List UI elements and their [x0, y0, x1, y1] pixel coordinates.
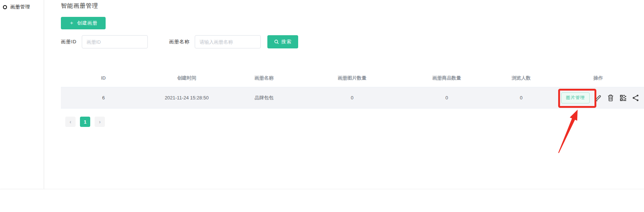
- plus-icon: ＋: [69, 20, 74, 26]
- cell-actions: 图片管理: [552, 92, 644, 103]
- column-header-product-count: 画册商品数量: [403, 75, 490, 81]
- column-header-id: ID: [61, 75, 146, 81]
- sidebar-item-album-management[interactable]: 画册管理: [3, 3, 41, 11]
- column-header-image-count: 画册图片数量: [301, 75, 403, 81]
- current-page-button[interactable]: 1: [80, 117, 90, 127]
- sidebar-item-label: 画册管理: [10, 4, 30, 10]
- prev-page-button[interactable]: ‹: [65, 117, 76, 127]
- album-id-input[interactable]: [82, 35, 148, 48]
- qr-code-icon[interactable]: [619, 94, 627, 102]
- cell-id: 6: [61, 95, 146, 100]
- column-header-views: 浏览人数: [490, 75, 552, 81]
- table-row: 6 2021-11-24 15:28:50 品牌包包 0 0 0 图片管理: [61, 87, 644, 109]
- delete-trash-icon[interactable]: [607, 94, 615, 102]
- share-icon[interactable]: [632, 94, 640, 102]
- magnifier-icon: [274, 39, 279, 44]
- cell-product-count: 0: [403, 95, 490, 100]
- create-album-label: 创建画册: [77, 20, 98, 26]
- sidebar: 画册管理: [0, 0, 44, 189]
- column-header-actions: 操作: [552, 75, 644, 81]
- search-label: 搜索: [281, 39, 292, 45]
- album-name-label: 画册名称: [169, 39, 190, 45]
- table-header-row: ID 创建时间 画册名称 画册图片数量 画册商品数量 浏览人数 操作: [61, 69, 644, 87]
- album-id-label: 画册ID: [61, 39, 77, 45]
- cell-created-at: 2021-11-24 15:28:50: [146, 95, 227, 100]
- main-content: 智能画册管理 ＋ 创建画册 画册ID 画册名称 搜索 ID 创建时间: [44, 0, 644, 189]
- search-button[interactable]: 搜索: [267, 35, 298, 48]
- column-header-created: 创建时间: [146, 75, 227, 81]
- column-header-name: 画册名称: [227, 75, 301, 81]
- edit-pencil-icon[interactable]: [594, 94, 602, 102]
- album-name-input[interactable]: [195, 35, 261, 48]
- filter-bar: 画册ID 画册名称 搜索: [61, 35, 644, 48]
- app-container: 画册管理 智能画册管理 ＋ 创建画册 画册ID 画册名称 搜索 I: [0, 0, 644, 189]
- cell-image-count: 0: [301, 95, 403, 100]
- albums-table: ID 创建时间 画册名称 画册图片数量 画册商品数量 浏览人数 操作 6 202…: [61, 69, 644, 109]
- pagination: ‹ 1 ›: [65, 117, 644, 127]
- image-manage-button[interactable]: 图片管理: [561, 92, 590, 103]
- cell-album-name: 品牌包包: [227, 95, 301, 101]
- create-album-button[interactable]: ＋ 创建画册: [61, 17, 106, 29]
- page-title: 智能画册管理: [61, 1, 644, 10]
- cell-view-count: 0: [490, 95, 552, 100]
- circle-outline-icon: [3, 5, 7, 9]
- next-page-button[interactable]: ›: [95, 117, 105, 127]
